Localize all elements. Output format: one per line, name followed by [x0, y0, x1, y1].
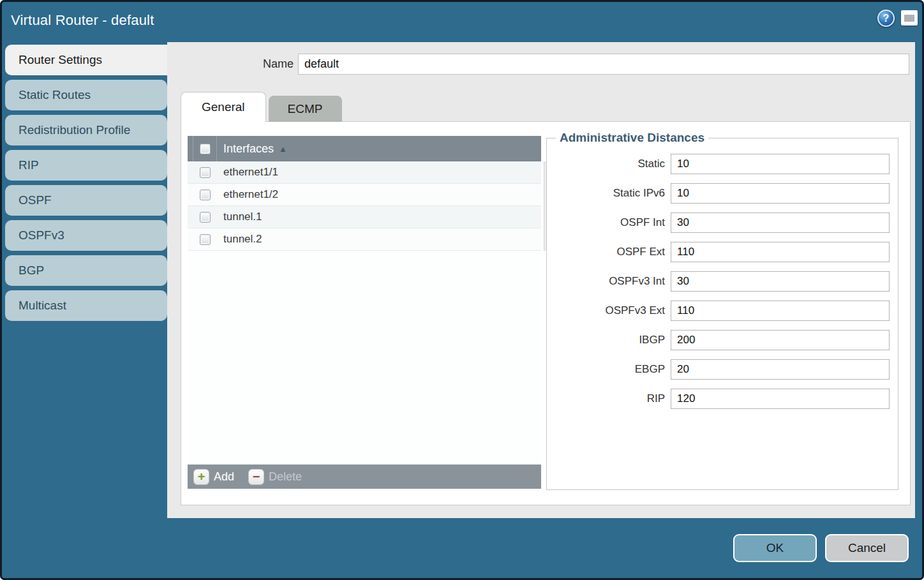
add-button[interactable]: + Add — [193, 469, 234, 485]
interface-name: tunnel.1 — [223, 211, 262, 223]
row-checkbox[interactable] — [200, 234, 211, 245]
admin-distance-row: EBGP — [555, 359, 890, 380]
sidebar-item[interactable]: Multicast — [5, 290, 167, 321]
admin-distance-input[interactable] — [671, 183, 890, 204]
cancel-button[interactable]: Cancel — [825, 534, 909, 562]
row-checkbox[interactable] — [200, 212, 211, 223]
admin-distance-label: OSPF Int — [555, 216, 671, 229]
admin-distance-row: OSPF Ext — [555, 242, 890, 262]
sidebar-item-label: RIP — [19, 158, 39, 172]
administrative-distances-fieldset: Administrative Distances Static Static I… — [546, 131, 898, 490]
admin-distance-input[interactable] — [671, 242, 890, 262]
minimize-icon[interactable] — [901, 10, 918, 26]
admin-distance-label: Static — [555, 158, 671, 170]
interfaces-table-body: ethernet1/1 ethernet1/2 — [188, 161, 541, 465]
admin-distance-row: RIP — [555, 389, 890, 409]
sidebar-item[interactable]: RIP — [5, 150, 167, 181]
row-checkbox[interactable] — [200, 190, 211, 200]
admin-distance-label: OSPFv3 Int — [555, 275, 671, 288]
add-button-label: Add — [214, 470, 234, 484]
minimize-icon-glyph — [904, 15, 914, 22]
table-row[interactable]: tunnel.1 — [188, 206, 541, 228]
admin-distance-label: RIP — [555, 392, 671, 405]
sidebar-item[interactable]: Redistribution Profile — [5, 115, 167, 145]
row-checkbox-cell — [193, 212, 217, 223]
sidebar-item[interactable]: BGP — [5, 255, 167, 286]
interfaces-table-footer: + Add − Delete — [188, 465, 541, 489]
tab[interactable]: ECMP — [269, 96, 342, 122]
ok-button[interactable]: OK — [733, 534, 817, 562]
admin-distance-input[interactable] — [671, 330, 890, 350]
name-input[interactable] — [298, 54, 909, 75]
header-checkbox-cell — [193, 136, 217, 161]
admin-distance-row: Static — [555, 154, 890, 174]
admin-distance-row: Static IPv6 — [555, 183, 890, 204]
admin-distance-input[interactable] — [671, 154, 890, 174]
help-icon[interactable]: ? — [877, 10, 895, 27]
admin-distance-row: OSPFv3 Int — [555, 271, 890, 292]
dialog-title: Virtual Router - default — [11, 12, 154, 29]
sidebar-item-label: OSPFv3 — [19, 228, 64, 242]
table-row[interactable]: ethernet1/2 — [188, 184, 541, 206]
interfaces-column-header[interactable]: Interfaces — [223, 142, 274, 156]
tab-strip: General ECMP — [181, 92, 345, 122]
sidebar-item[interactable]: OSPF — [5, 185, 167, 216]
sidebar-item-label: Router Settings — [19, 53, 102, 67]
sidebar-item-label: Redistribution Profile — [19, 123, 130, 137]
interface-name: tunnel.2 — [223, 233, 262, 246]
main-panel: Name General ECMP Inte — [167, 42, 915, 518]
minus-glyph: − — [253, 470, 260, 483]
admin-distance-label: OSPFv3 Ext — [555, 304, 671, 317]
plus-glyph: + — [198, 470, 205, 483]
admin-distance-input[interactable] — [671, 212, 890, 233]
delete-button-label: Delete — [269, 470, 302, 484]
delete-button[interactable]: − Delete — [248, 469, 302, 485]
sidebar-item-label: BGP — [19, 264, 44, 278]
admin-distance-row: OSPF Int — [555, 212, 890, 233]
admin-distance-row: IBGP — [555, 330, 890, 350]
sidebar-item-label: Multicast — [19, 299, 66, 313]
tab-label: General — [202, 100, 245, 114]
row-checkbox-cell — [193, 234, 217, 245]
administrative-distances-legend: Administrative Distances — [556, 131, 708, 145]
sidebar-item[interactable]: Static Routes — [5, 80, 167, 110]
interface-name: ethernet1/1 — [223, 166, 278, 179]
titlebar: Virtual Router - default ? — [0, 0, 924, 42]
sidebar-item[interactable]: Router Settings — [5, 45, 168, 75]
sidebar-item-label: OSPF — [19, 193, 52, 207]
interface-name: ethernet1/2 — [223, 188, 278, 201]
admin-distance-input[interactable] — [671, 301, 890, 321]
virtual-router-dialog: Virtual Router - default ? Router Settin… — [0, 0, 924, 580]
name-label: Name — [242, 57, 294, 71]
sidebar-item-label: Static Routes — [19, 88, 91, 102]
interfaces-table-header: Interfaces ▲ — [188, 136, 541, 161]
sort-asc-icon: ▲ — [279, 144, 287, 154]
admin-distance-fields: Static Static IPv6 OSPF Int — [555, 145, 890, 409]
select-all-checkbox[interactable] — [200, 144, 211, 154]
admin-distance-label: Static IPv6 — [555, 187, 671, 200]
row-checkbox[interactable] — [200, 167, 211, 178]
tab[interactable]: General — [181, 92, 266, 122]
row-checkbox-cell — [193, 190, 217, 200]
interfaces-table: Interfaces ▲ ethernet1/1 — [188, 136, 541, 489]
row-checkbox-cell — [193, 167, 217, 178]
admin-distance-input[interactable] — [671, 359, 890, 380]
sidebar-item[interactable]: OSPFv3 — [5, 220, 167, 251]
general-tab-content: Interfaces ▲ ethernet1/1 — [181, 121, 911, 505]
admin-distance-row: OSPFv3 Ext — [555, 301, 890, 321]
table-row[interactable]: ethernet1/1 — [188, 161, 541, 184]
table-row[interactable]: tunnel.2 — [188, 228, 541, 251]
admin-distance-label: OSPF Ext — [555, 246, 671, 258]
sidebar: Router Settings Static Routes Redistribu… — [5, 45, 167, 325]
admin-distance-input[interactable] — [671, 389, 890, 409]
tab-label: ECMP — [288, 102, 323, 116]
add-plus-icon: + — [193, 469, 209, 485]
admin-distance-input[interactable] — [671, 271, 890, 292]
admin-distance-label: EBGP — [555, 363, 671, 376]
delete-minus-icon: − — [248, 469, 264, 485]
admin-distance-label: IBGP — [555, 334, 671, 346]
